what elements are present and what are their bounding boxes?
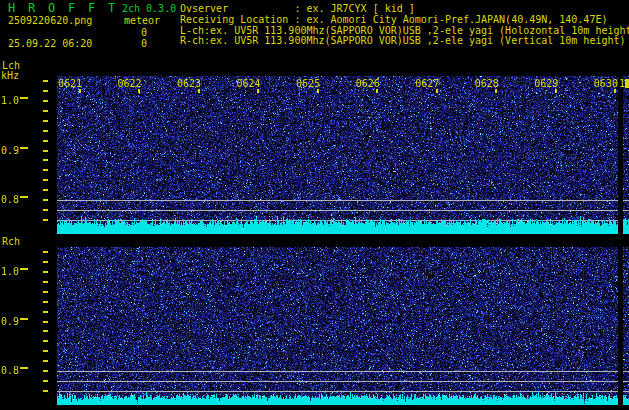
freq-tick-minor [43, 219, 48, 221]
time-label: 0623 [176, 79, 201, 89]
freq-tick-major [20, 196, 28, 198]
lch-freq-tick-label: 0.9 [1, 146, 20, 156]
freq-tick-major [20, 367, 28, 369]
freq-tick-major [20, 318, 28, 320]
next-minute-partial-block [625, 79, 629, 88]
time-label: 0625 [295, 79, 320, 89]
freq-tick-minor [43, 159, 48, 161]
rch-config-line: R-ch:ex. UV5R 113.900Mhz(SAPPORO VOR)USB… [180, 36, 626, 46]
time-label: 0627 [414, 79, 439, 89]
freq-tick-minor [43, 150, 48, 152]
freq-tick-minor [43, 110, 48, 112]
freq-tick-minor [43, 330, 48, 332]
time-tick [436, 89, 438, 93]
freq-unit-label: kHz [1, 71, 19, 81]
freq-tick-minor [43, 311, 48, 313]
freq-tick-minor [43, 100, 48, 102]
freq-tick-minor [43, 251, 48, 253]
time-label: 0622 [117, 79, 142, 89]
time-label: 0621 [57, 79, 82, 89]
freq-tick-minor [43, 321, 48, 323]
lch-freq-tick-label: 1.0 [1, 96, 20, 106]
time-tick [198, 89, 200, 93]
time-label: 0629 [533, 79, 558, 89]
time-tick [376, 89, 378, 93]
observer-line: Ovserver : ex. JR7CYX [ kid ] [180, 4, 415, 14]
freq-tick-minor [43, 199, 48, 201]
freq-tick-major [20, 97, 28, 99]
freq-tick-minor [43, 120, 48, 122]
time-label: 0626 [355, 79, 380, 89]
freq-tick-minor [43, 140, 48, 142]
freq-tick-minor [43, 261, 48, 263]
location-line: Receiving Location : ex. Aomori City Aom… [180, 15, 607, 25]
freq-tick-minor [43, 130, 48, 132]
freq-tick-minor [43, 291, 48, 293]
time-tick [555, 89, 557, 93]
time-tick [257, 89, 259, 93]
time-tick [317, 89, 319, 93]
rch-freq-tick-label: 0.8 [1, 366, 20, 376]
freq-tick-minor [43, 281, 48, 283]
time-tick [138, 89, 140, 93]
freq-tick-minor [43, 380, 48, 382]
rch-freq-tick-label: 1.0 [1, 267, 20, 277]
file-name: 2509220620.png [8, 16, 92, 26]
freq-tick-minor [43, 271, 48, 273]
freq-tick-minor [43, 340, 48, 342]
freq-tick-major [20, 147, 28, 149]
time-tick [495, 89, 497, 93]
rch-channel-label: Rch [2, 237, 20, 247]
freq-tick-minor [43, 350, 48, 352]
meteor-count-r: 0 [125, 39, 147, 49]
freq-tick-minor [43, 360, 48, 362]
freq-tick-minor [43, 370, 48, 372]
freq-tick-minor [43, 169, 48, 171]
rch-freq-tick-label: 0.9 [1, 317, 20, 327]
freq-tick-minor [43, 90, 48, 92]
datetime: 25.09.22 06:20 [8, 39, 92, 49]
freq-tick-minor [43, 390, 48, 392]
meteor-count-l: 0 [125, 28, 147, 38]
lch-freq-tick-label: 0.8 [1, 195, 20, 205]
time-label: 0624 [236, 79, 261, 89]
mode-label: meteor [124, 16, 160, 26]
lch-spectrogram [57, 76, 629, 234]
hrofft-screen: HROFFT 2ch 0.3.0 2509220620.png meteor 0… [0, 0, 629, 410]
time-tick [614, 89, 616, 93]
freq-tick-minor [43, 189, 48, 191]
app-version: 2ch 0.3.0 [122, 4, 176, 14]
app-title: HROFFT [8, 2, 128, 14]
rch-spectrogram [57, 247, 629, 405]
time-tick [79, 89, 81, 93]
freq-tick-minor [43, 179, 48, 181]
freq-tick-minor [43, 301, 48, 303]
freq-tick-minor [43, 80, 48, 82]
freq-tick-minor [43, 209, 48, 211]
freq-tick-major [20, 268, 28, 270]
time-label: 0630 [593, 79, 618, 89]
time-label: 0628 [474, 79, 499, 89]
